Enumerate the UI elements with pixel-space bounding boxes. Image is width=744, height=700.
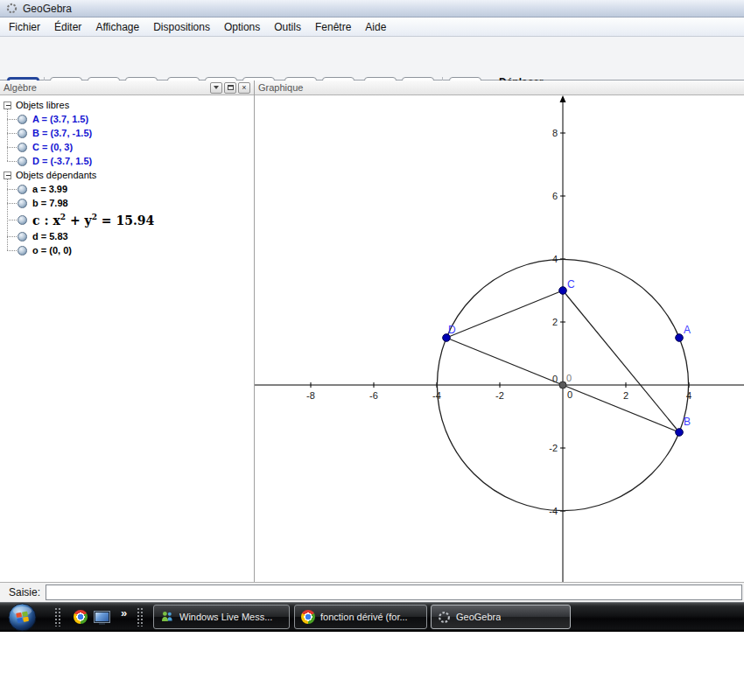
geogebra-logo-icon bbox=[6, 3, 18, 14]
axis-labels: -8 -6 -4 -2 2 4 0 8 6 4 2 -2 -4 0 bbox=[306, 128, 691, 516]
algebra-item-d[interactable]: d = 5.83 bbox=[0, 229, 254, 243]
graphics-panel-title: Graphique bbox=[258, 82, 303, 93]
quick-launch-grip[interactable] bbox=[137, 607, 144, 626]
point-C[interactable] bbox=[559, 287, 567, 295]
point-B-label: B bbox=[684, 416, 691, 428]
taskbar-button-geogebra[interactable]: GeoGebra bbox=[431, 605, 571, 629]
window-title: GeoGebra bbox=[23, 3, 72, 15]
svg-text:-2: -2 bbox=[549, 443, 558, 453]
algebra-panel-close-button[interactable]: × bbox=[238, 82, 250, 94]
algebra-panel-header: Algèbre × bbox=[0, 80, 254, 95]
visibility-marble-icon[interactable] bbox=[18, 232, 27, 242]
visibility-marble-icon[interactable] bbox=[18, 157, 27, 166]
visibility-marble-icon[interactable] bbox=[18, 115, 27, 124]
collapse-icon[interactable] bbox=[4, 102, 11, 109]
free-objects-list: A = (3.7, 1.5) B = (3.7, -1.5) C = (0, 3… bbox=[0, 112, 254, 168]
visibility-marble-icon[interactable] bbox=[18, 199, 27, 208]
svg-text:-2: -2 bbox=[495, 390, 504, 401]
visibility-marble-icon[interactable] bbox=[18, 129, 27, 138]
visibility-marble-icon[interactable] bbox=[18, 246, 27, 256]
visibility-marble-icon[interactable] bbox=[18, 215, 27, 225]
restore-window-icon bbox=[228, 85, 234, 90]
svg-text:8: 8 bbox=[552, 128, 558, 138]
quick-launch-grip[interactable] bbox=[54, 607, 61, 626]
title-bar[interactable]: GeoGebra bbox=[0, 0, 744, 18]
start-button[interactable] bbox=[8, 603, 37, 632]
dependent-objects-list: a = 3.99 b = 7.98 c : x2 + y2 = 15.94 d … bbox=[0, 182, 254, 257]
geogebra-icon bbox=[438, 611, 451, 624]
algebra-item-o[interactable]: o = (0, 0) bbox=[0, 243, 254, 257]
menu-item-fenetre[interactable]: Fenêtre bbox=[308, 18, 358, 36]
point-A[interactable] bbox=[676, 334, 684, 342]
point-D-label: D bbox=[448, 324, 456, 336]
input-bar: Saisie: bbox=[0, 582, 744, 602]
screen: GeoGebra Fichier Éditer Affichage Dispos… bbox=[0, 0, 744, 700]
svg-text:0: 0 bbox=[567, 389, 572, 400]
algebra-item-b[interactable]: b = 7.98 bbox=[0, 196, 254, 210]
algebra-item-D[interactable]: D = (-3.7, 1.5) bbox=[0, 154, 254, 168]
algebra-item-B[interactable]: B = (3.7, -1.5) bbox=[0, 126, 254, 140]
y-axis-arrow-icon bbox=[560, 95, 566, 102]
toolbar: A bbox=[0, 37, 744, 80]
svg-text:-8: -8 bbox=[306, 390, 315, 401]
quick-launch-overflow-chevron[interactable]: » bbox=[121, 606, 127, 620]
svg-text:2: 2 bbox=[623, 390, 628, 401]
segment-a-DC[interactable] bbox=[446, 290, 563, 338]
dependent-objects-group[interactable]: Objets dépendants bbox=[0, 168, 254, 182]
algebra-item-A[interactable]: A = (3.7, 1.5) bbox=[0, 112, 254, 126]
svg-text:6: 6 bbox=[552, 191, 558, 201]
collapse-icon[interactable] bbox=[4, 172, 11, 179]
algebra-item-c[interactable]: c : x2 + y2 = 15.94 bbox=[0, 210, 254, 229]
chrome-icon bbox=[301, 610, 315, 624]
menu-item-aide[interactable]: Aide bbox=[358, 18, 393, 36]
segment-d-CB[interactable] bbox=[563, 290, 679, 432]
point-B[interactable] bbox=[676, 429, 684, 437]
menu-item-dispositions[interactable]: Dispositions bbox=[146, 18, 217, 36]
algebra-view: Objets libres A = (3.7, 1.5) B = (3.7, -… bbox=[0, 95, 254, 582]
menu-item-affichage[interactable]: Affichage bbox=[88, 18, 146, 36]
menu-item-outils[interactable]: Outils bbox=[267, 18, 308, 36]
algebra-panel-menu-button[interactable] bbox=[210, 82, 222, 94]
input-bar-label: Saisie: bbox=[9, 586, 40, 598]
algebra-panel-title: Algèbre bbox=[4, 82, 37, 93]
free-objects-group[interactable]: Objets libres bbox=[0, 98, 254, 112]
menu-item-editer[interactable]: Éditer bbox=[47, 18, 88, 36]
circle-equation: c : x2 + y2 = 15.94 bbox=[32, 213, 154, 228]
menu-bar: Fichier Éditer Affichage Dispositions Op… bbox=[0, 18, 744, 37]
chevron-down-icon bbox=[214, 86, 219, 89]
point-o-label: 0 bbox=[566, 373, 572, 383]
point-C-label: C bbox=[567, 278, 575, 290]
point-A-label: A bbox=[684, 324, 691, 336]
windows-live-messenger-icon bbox=[160, 610, 174, 624]
algebra-item-C[interactable]: C = (0, 3) bbox=[0, 140, 254, 154]
command-input[interactable] bbox=[46, 584, 742, 600]
svg-text:-6: -6 bbox=[369, 390, 378, 401]
menu-item-fichier[interactable]: Fichier bbox=[2, 18, 47, 36]
algebra-panel-undock-button[interactable] bbox=[224, 82, 236, 94]
graphics-panel-header: Graphique bbox=[255, 80, 744, 95]
taskbar-button-chrome-page[interactable]: fonction dérivé (for... bbox=[294, 605, 427, 629]
svg-text:2: 2 bbox=[552, 317, 558, 327]
graphics-view[interactable]: -8 -6 -4 -2 2 4 0 8 6 4 2 -2 -4 0 bbox=[255, 95, 744, 582]
algebra-item-a[interactable]: a = 3.99 bbox=[0, 182, 254, 196]
taskbar-button-messenger[interactable]: Windows Live Mess... bbox=[153, 605, 290, 629]
visibility-marble-icon[interactable] bbox=[18, 143, 27, 152]
point-o[interactable] bbox=[559, 382, 566, 388]
menu-item-options[interactable]: Options bbox=[217, 18, 267, 36]
visibility-marble-icon[interactable] bbox=[18, 185, 27, 194]
chrome-quicklaunch-icon[interactable] bbox=[74, 610, 88, 624]
show-desktop-icon[interactable] bbox=[95, 612, 109, 622]
